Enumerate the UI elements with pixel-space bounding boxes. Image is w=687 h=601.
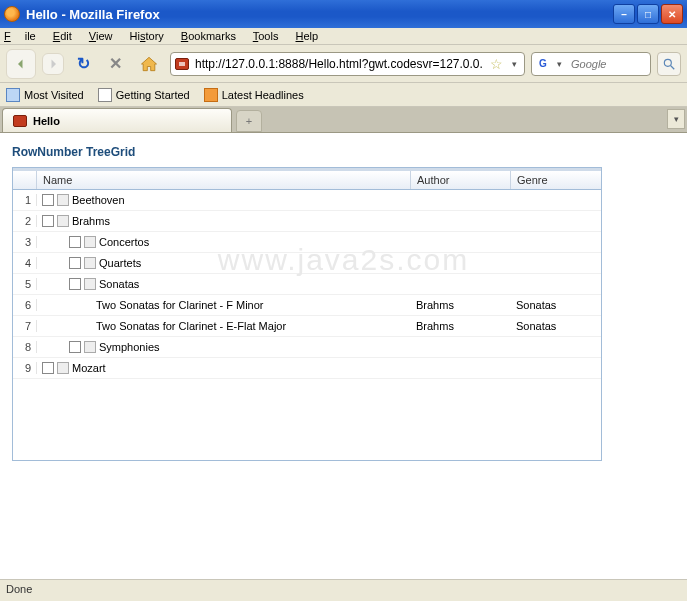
- maximize-button[interactable]: □: [637, 4, 659, 24]
- menu-bookmarks[interactable]: Bookmarks: [181, 30, 236, 42]
- menu-history[interactable]: History: [130, 30, 164, 42]
- url-dropdown-arrow[interactable]: ▾: [509, 59, 520, 69]
- expand-toggle-icon[interactable]: [69, 236, 81, 248]
- page-heading: RowNumber TreeGrid: [12, 145, 675, 159]
- page-icon: [98, 88, 112, 102]
- cell-name-text: Mozart: [72, 362, 106, 374]
- expand-toggle-icon[interactable]: [69, 341, 81, 353]
- search-engine-dropdown[interactable]: ▾: [554, 59, 565, 69]
- cell-author: Brahms: [411, 299, 511, 311]
- search-input[interactable]: [569, 57, 639, 71]
- table-row[interactable]: 9Mozart: [13, 358, 601, 379]
- url-bar[interactable]: ☆ ▾: [170, 52, 525, 76]
- google-icon: G: [536, 57, 550, 71]
- grid-body: 1Beethoven2Brahms3Concertos4Quartets5Son…: [13, 190, 601, 460]
- home-button[interactable]: [134, 49, 164, 79]
- header-rownum[interactable]: [13, 171, 37, 189]
- window-title: Hello - Mozilla Firefox: [26, 7, 611, 22]
- menu-view[interactable]: View: [89, 30, 113, 42]
- header-name[interactable]: Name: [37, 171, 411, 189]
- row-number: 3: [13, 236, 37, 248]
- status-text: Done: [6, 583, 32, 595]
- firefox-icon: [4, 6, 20, 22]
- expand-toggle-icon[interactable]: [42, 215, 54, 227]
- table-row[interactable]: 3Concertos: [13, 232, 601, 253]
- expand-toggle-icon[interactable]: [42, 362, 54, 374]
- cell-name: Symphonies: [37, 341, 411, 353]
- folder-icon: [57, 215, 69, 227]
- table-row[interactable]: 7Two Sonatas for Clarinet - E-Flat Major…: [13, 316, 601, 337]
- forward-button[interactable]: [42, 53, 64, 75]
- page-content: RowNumber TreeGrid Name Author Genre 1Be…: [0, 133, 687, 563]
- close-button[interactable]: ✕: [661, 4, 683, 24]
- folder-icon: [57, 362, 69, 374]
- row-number: 7: [13, 320, 37, 332]
- bookmark-star-icon[interactable]: ☆: [488, 56, 505, 72]
- minimize-button[interactable]: –: [613, 4, 635, 24]
- tab-favicon: [13, 115, 27, 127]
- site-favicon: [175, 58, 189, 70]
- bookmark-label: Latest Headlines: [222, 89, 304, 101]
- rss-icon: [204, 88, 218, 102]
- table-row[interactable]: 8Symphonies: [13, 337, 601, 358]
- menu-tools[interactable]: Tools: [253, 30, 279, 42]
- cell-name: Two Sonatas for Clarinet - E-Flat Major: [37, 320, 411, 332]
- tab-list-dropdown[interactable]: ▾: [667, 109, 685, 129]
- tab-label: Hello: [33, 115, 60, 127]
- search-bar[interactable]: G ▾: [531, 52, 651, 76]
- menu-help[interactable]: Help: [296, 30, 319, 42]
- back-button[interactable]: [6, 49, 36, 79]
- table-row[interactable]: 1Beethoven: [13, 190, 601, 211]
- folder-icon: [84, 278, 96, 290]
- tab-active[interactable]: Hello: [2, 108, 232, 132]
- bookmark-label: Most Visited: [24, 89, 84, 101]
- cell-name-text: Beethoven: [72, 194, 125, 206]
- search-go-button[interactable]: [657, 52, 681, 76]
- cell-name-text: Concertos: [99, 236, 149, 248]
- cell-name: Beethoven: [37, 194, 411, 206]
- tree-grid: Name Author Genre 1Beethoven2Brahms3Conc…: [12, 167, 602, 461]
- page-icon: [6, 88, 20, 102]
- tab-strip: Hello + ▾: [0, 107, 687, 133]
- header-author[interactable]: Author: [411, 171, 511, 189]
- cell-name: Concertos: [37, 236, 411, 248]
- bookmarks-toolbar: Most Visited Getting Started Latest Head…: [0, 83, 687, 107]
- reload-button[interactable]: ↻: [70, 51, 96, 77]
- folder-icon: [84, 341, 96, 353]
- bookmark-label: Getting Started: [116, 89, 190, 101]
- status-bar: Done: [0, 579, 687, 601]
- row-number: 1: [13, 194, 37, 206]
- expand-toggle-icon[interactable]: [69, 257, 81, 269]
- new-tab-button[interactable]: +: [236, 110, 262, 132]
- table-row[interactable]: 5Sonatas: [13, 274, 601, 295]
- cell-name: Brahms: [37, 215, 411, 227]
- row-number: 8: [13, 341, 37, 353]
- menu-file[interactable]: File: [4, 30, 36, 42]
- folder-icon: [84, 236, 96, 248]
- expand-toggle-icon[interactable]: [69, 278, 81, 290]
- cell-name-text: Two Sonatas for Clarinet - F Minor: [96, 299, 264, 311]
- table-row[interactable]: 6Two Sonatas for Clarinet - F MinorBrahm…: [13, 295, 601, 316]
- row-number: 9: [13, 362, 37, 374]
- plus-icon: +: [246, 115, 252, 127]
- svg-line-1: [671, 65, 675, 69]
- row-number: 6: [13, 299, 37, 311]
- header-genre[interactable]: Genre: [511, 171, 601, 189]
- folder-icon: [57, 194, 69, 206]
- cell-name: Mozart: [37, 362, 411, 374]
- cell-genre: Sonatas: [511, 320, 601, 332]
- navigation-toolbar: ↻ ✕ ☆ ▾ G ▾: [0, 45, 687, 83]
- cell-name: Two Sonatas for Clarinet - F Minor: [37, 299, 411, 311]
- cell-name-text: Sonatas: [99, 278, 139, 290]
- table-row[interactable]: 4Quartets: [13, 253, 601, 274]
- menu-edit[interactable]: Edit: [53, 30, 72, 42]
- url-input[interactable]: [193, 56, 484, 72]
- bookmark-latest-headlines[interactable]: Latest Headlines: [204, 88, 304, 102]
- stop-button[interactable]: ✕: [102, 51, 128, 77]
- expand-toggle-icon[interactable]: [42, 194, 54, 206]
- cell-name-text: Two Sonatas for Clarinet - E-Flat Major: [96, 320, 286, 332]
- bookmark-getting-started[interactable]: Getting Started: [98, 88, 190, 102]
- folder-icon: [84, 257, 96, 269]
- table-row[interactable]: 2Brahms: [13, 211, 601, 232]
- bookmark-most-visited[interactable]: Most Visited: [6, 88, 84, 102]
